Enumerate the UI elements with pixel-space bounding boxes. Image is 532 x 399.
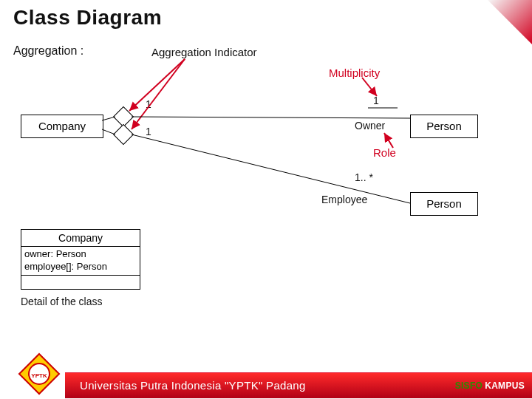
role-employee: Employee <box>321 194 367 205</box>
label-role: Role <box>373 146 396 159</box>
label-aggregation-indicator: Aggregation Indicator <box>151 46 257 58</box>
university-logo-icon: YPTK <box>13 352 65 396</box>
sisfokampus-logo: SISFOKAMPUS <box>455 381 525 391</box>
detail-caption: Detail of the class <box>21 296 103 307</box>
detail-class-attrs: owner: Person employee[]: Person <box>21 247 140 276</box>
label-multiplicity: Multiplicity <box>329 66 380 79</box>
svg-line-1 <box>132 59 185 129</box>
multiplicity-near-bottom: 1 <box>146 126 151 137</box>
class-person-employee: Person <box>410 192 478 216</box>
detail-class-box: Company owner: Person employee[]: Person <box>21 229 140 290</box>
detail-class-header: Company <box>21 230 140 247</box>
role-owner: Owner <box>355 120 385 132</box>
multiplicity-far-top: 1 <box>373 95 379 106</box>
class-company: Company <box>21 115 103 138</box>
subtitle-aggregation: Aggregation : <box>13 44 83 58</box>
aggregation-diamond-2 <box>113 124 134 145</box>
page-title: Class Diagram <box>13 6 162 30</box>
detail-class-ops <box>21 276 140 289</box>
sisfo-text: SISFO <box>455 381 483 391</box>
detail-attr-employee: employee[]: Person <box>24 261 137 273</box>
footer-university-name: Universitas Putra Indonesia "YPTK" Padan… <box>80 379 306 392</box>
class-person-owner: Person <box>410 115 478 138</box>
svg-line-3 <box>384 133 393 148</box>
svg-text:YPTK: YPTK <box>31 372 47 379</box>
multiplicity-far-bottom: 1.. * <box>355 171 373 183</box>
svg-line-0 <box>129 59 185 111</box>
multiplicity-near-top: 1 <box>146 98 151 110</box>
footer: YPTK Universitas Putra Indonesia "YPTK" … <box>0 371 532 399</box>
svg-line-6 <box>132 117 410 118</box>
corner-accent <box>488 0 532 44</box>
footer-bar: Universitas Putra Indonesia "YPTK" Padan… <box>65 372 532 398</box>
svg-line-7 <box>132 134 410 203</box>
kampus-text: KAMPUS <box>485 381 525 391</box>
detail-attr-owner: owner: Person <box>24 248 137 261</box>
svg-line-2 <box>362 78 377 96</box>
